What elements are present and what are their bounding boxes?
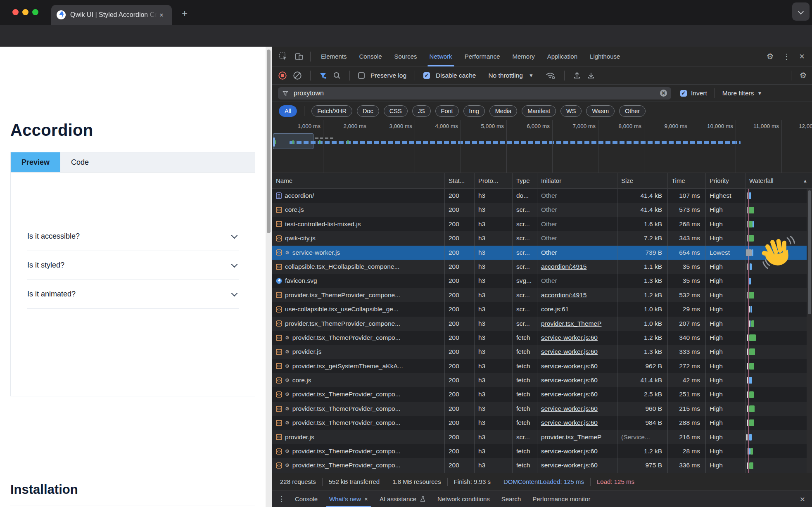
request-name[interactable]: use-collapsible.tsx_useCollapsible_ge... — [285, 302, 399, 316]
request-name[interactable]: accordion/ — [285, 189, 314, 203]
disable-cache-checkbox[interactable]: ✓ — [423, 72, 430, 79]
filter-chip-wasm[interactable]: Wasm — [586, 105, 615, 117]
request-name[interactable]: favicon.svg — [285, 274, 317, 288]
initiator-link[interactable]: service-worker.js:60 — [541, 419, 598, 426]
device-toolbar-icon[interactable] — [294, 52, 304, 61]
drawer-kebab-menu-icon[interactable]: ⋮ — [278, 495, 285, 502]
devtools-tab-console[interactable]: Console — [353, 47, 388, 66]
request-name[interactable]: provider.tsx_ThemeProvider_compone... — [285, 317, 400, 331]
request-name[interactable]: provider.tsx_ThemeProvider_compo... — [292, 444, 401, 458]
request-name[interactable]: service-worker.js — [292, 246, 340, 260]
initiator-link[interactable]: service-worker.js:60 — [541, 377, 598, 384]
column-header-type[interactable]: Type — [513, 173, 537, 188]
table-row[interactable]: test-controlled-list-mixed.js200h3scr...… — [272, 217, 812, 231]
request-name[interactable]: provider.tsx_ThemeProvider_compo... — [292, 331, 401, 345]
request-name[interactable]: provider.tsx_ThemeProvider_compo... — [292, 458, 401, 472]
page-scrollbar-thumb[interactable] — [267, 50, 271, 233]
table-row[interactable]: provider.tsx_ThemeProvider_compone...200… — [272, 288, 812, 302]
demo-tab-code[interactable]: Code — [60, 152, 100, 172]
table-row[interactable]: favicon.svg200h3svg...Other1.3 kB35 msHi… — [272, 274, 812, 288]
request-name[interactable]: provider.tsx_getSystemTheme_aKkA... — [292, 359, 403, 373]
tab-close-icon[interactable]: × — [159, 12, 164, 19]
filter-chip-font[interactable]: Font — [435, 105, 459, 117]
devtools-tab-memory[interactable]: Memory — [506, 47, 541, 66]
request-name[interactable]: collapsible.tsx_HCollapsible_compone... — [285, 260, 399, 274]
table-row[interactable]: qwik-city.js200h3scr...Other7.2 kB343 ms… — [272, 231, 812, 245]
import-har-icon[interactable] — [573, 71, 581, 80]
accordion-item[interactable]: Is it animated? — [27, 280, 239, 309]
request-name[interactable]: provider.js — [292, 345, 322, 359]
drawer-tab-what-s-new[interactable]: What's new× — [323, 491, 374, 507]
network-conditions-icon[interactable] — [545, 71, 556, 80]
table-row[interactable]: ⚙provider.tsx_getSystemTheme_aKkA...200h… — [272, 359, 812, 373]
table-row[interactable]: ⚙provider.tsx_ThemeProvider_compo...200h… — [272, 416, 812, 430]
column-header-proto[interactable]: Proto... — [475, 173, 513, 188]
initiator-link[interactable]: service-worker.js:60 — [541, 462, 598, 469]
close-tab-icon[interactable]: × — [364, 495, 368, 502]
filter-chip-fetchxhr[interactable]: Fetch/XHR — [311, 105, 352, 117]
filter-chip-ws[interactable]: WS — [560, 105, 582, 117]
filter-funnel-icon[interactable] — [319, 71, 327, 80]
request-name[interactable]: provider.js — [285, 430, 314, 444]
macos-close-button[interactable] — [12, 9, 19, 15]
drawer-tab-ai-assistance[interactable]: AI assistance — [374, 491, 432, 507]
macos-minimize-button[interactable] — [22, 9, 28, 15]
initiator-link[interactable]: service-worker.js:60 — [541, 405, 598, 412]
table-row[interactable]: ⚙provider.js200h3fetchservice-worker.js:… — [272, 345, 812, 359]
request-name[interactable]: qwik-city.js — [285, 231, 316, 245]
filter-chip-all[interactable]: All — [279, 105, 297, 117]
more-filters-button[interactable]: More filters — [722, 90, 754, 97]
table-row[interactable]: ⚙provider.tsx_ThemeProvider_compo...200h… — [272, 402, 812, 416]
initiator-link[interactable]: service-worker.js:60 — [541, 362, 598, 370]
devtools-tab-lighthouse[interactable]: Lighthouse — [584, 47, 626, 66]
invert-checkbox[interactable]: ✓ — [680, 90, 687, 97]
demo-tab-preview[interactable]: Preview — [11, 152, 60, 172]
devtools-close-icon[interactable]: × — [799, 52, 805, 61]
devtools-kebab-menu-icon[interactable]: ⋮ — [783, 53, 790, 60]
table-row[interactable]: use-collapsible.tsx_useCollapsible_ge...… — [272, 302, 812, 316]
network-overview[interactable]: 1,000 ms2,000 ms3,000 ms4,000 ms5,000 ms… — [272, 120, 812, 173]
macos-zoom-button[interactable] — [32, 9, 38, 15]
column-header-priority[interactable]: Priority — [706, 173, 746, 188]
filter-chip-media[interactable]: Media — [489, 105, 518, 117]
clear-network-log-icon[interactable] — [293, 71, 302, 80]
request-name[interactable]: core.js — [285, 203, 304, 217]
accordion-item[interactable]: Is it accessible? — [27, 222, 239, 251]
table-row[interactable]: ⚙provider.tsx_ThemeProvider_compo...200h… — [272, 444, 812, 458]
initiator-link[interactable]: accordion/:4915 — [541, 263, 586, 270]
table-row[interactable]: ⚙service-worker.js200h3scr...Other739 B6… — [272, 246, 812, 260]
initiator-link[interactable]: service-worker.js:60 — [541, 391, 598, 398]
devtools-tab-elements[interactable]: Elements — [315, 47, 353, 66]
request-name[interactable]: test-controlled-list-mixed.js — [285, 217, 361, 231]
table-row[interactable]: provider.tsx_ThemeProvider_compone...200… — [272, 317, 812, 331]
initiator-link[interactable]: service-worker.js:60 — [541, 448, 598, 455]
request-name[interactable]: provider.tsx_ThemeProvider_compone... — [285, 288, 400, 302]
clear-filter-icon[interactable]: ✕ — [660, 90, 667, 97]
throttling-select[interactable]: No throttling — [488, 72, 523, 79]
table-row[interactable]: core.js200h3scr...Other41.4 kB573 msHigh — [272, 203, 812, 217]
column-header-name[interactable]: Name — [272, 173, 445, 188]
filter-input[interactable] — [293, 89, 656, 97]
filter-chip-other[interactable]: Other — [619, 105, 646, 117]
initiator-link[interactable]: accordion/:4915 — [541, 291, 586, 299]
new-tab-button[interactable]: + — [182, 8, 188, 18]
column-header-stat[interactable]: Stat... — [445, 173, 475, 188]
network-settings-gear-icon[interactable]: ⚙ — [800, 71, 807, 79]
inspect-element-icon[interactable] — [279, 52, 288, 61]
table-row[interactable]: accordion/200h3do...Other41.4 kB107 msHi… — [272, 189, 812, 203]
filter-chip-manifest[interactable]: Manifest — [522, 105, 556, 117]
table-row[interactable]: ⚙core.js200h3fetchservice-worker.js:6041… — [272, 373, 812, 387]
devtools-tab-application[interactable]: Application — [541, 47, 584, 66]
initiator-link[interactable]: provider.tsx_ThemeP — [541, 320, 601, 327]
drawer-tab-console[interactable]: Console — [289, 491, 323, 507]
table-row[interactable]: provider.js200h3scr...provider.tsx_Theme… — [272, 430, 812, 444]
filter-chip-doc[interactable]: Doc — [357, 105, 379, 117]
request-name[interactable]: core.js — [292, 373, 311, 387]
tab-search-button[interactable] — [792, 2, 810, 21]
accordion-item[interactable]: Is it styled? — [27, 251, 239, 280]
export-har-icon[interactable] — [587, 71, 595, 80]
filter-chip-img[interactable]: Img — [463, 105, 485, 117]
devtools-tab-network[interactable]: Network — [423, 47, 458, 66]
filter-chip-js[interactable]: JS — [412, 105, 431, 117]
column-header-initiator[interactable]: Initiator — [537, 173, 617, 188]
